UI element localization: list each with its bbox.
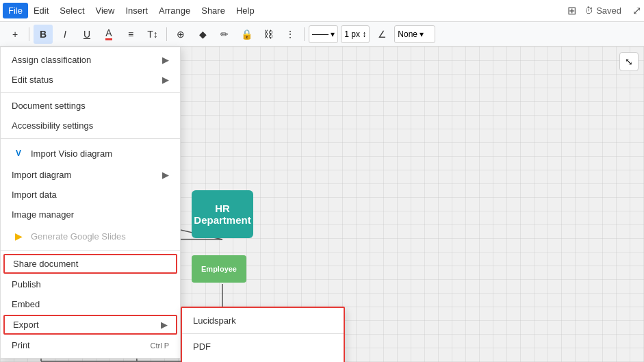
export-submenu: Lucidspark PDF PNG PNG with transparent …	[181, 307, 345, 362]
dropdown-export[interactable]: Export ▶	[3, 315, 177, 335]
align-button[interactable]: ≡	[121, 25, 140, 44]
lock-button[interactable]: 🔒	[237, 25, 256, 44]
export-lucidspark[interactable]: Lucidspark	[182, 311, 344, 331]
extra-button[interactable]: ⋮	[281, 25, 300, 44]
arrow-icon: ▶	[161, 320, 168, 330]
bold-button[interactable]: B	[34, 25, 53, 44]
accessibility-settings-label: Accessibility settings	[12, 120, 93, 131]
embed-label: Embed	[12, 299, 40, 309]
dropdown-generate-slides: ▶ Generate Google Slides	[1, 224, 180, 248]
edit-status-label: Edit status	[12, 75, 53, 85]
saved-indicator: ⊞ ⏱ Saved ⤢	[567, 4, 641, 17]
dropdown-image-manager[interactable]: Image manager	[1, 205, 180, 224]
dropdown-share-document[interactable]: Share document	[3, 254, 177, 274]
import-diagram-label: Import diagram	[12, 170, 71, 180]
font-color-button[interactable]: A	[99, 25, 118, 44]
dropdown-edit-status[interactable]: Edit status ▶	[1, 70, 180, 90]
saved-label: Saved	[596, 5, 621, 16]
separator	[1, 138, 180, 139]
hr-dept-box[interactable]: HR Department	[192, 190, 253, 238]
dropdown-import-visio[interactable]: V Import Visio diagram	[1, 142, 180, 165]
dropdown-accessibility-settings[interactable]: Accessibility settings	[1, 116, 180, 135]
menu-share[interactable]: Share	[196, 3, 231, 18]
separator-2	[166, 27, 167, 41]
menu-insert[interactable]: Insert	[120, 3, 153, 18]
menu-arrange[interactable]: Arrange	[153, 3, 196, 18]
slides-icon: ▶	[12, 229, 25, 243]
separator-3	[304, 27, 305, 41]
hr-dept-label: HR Department	[194, 203, 250, 226]
menu-view[interactable]: View	[90, 3, 120, 18]
arrow-icon: ▶	[162, 75, 169, 85]
corner-collapse-button[interactable]: ⤡	[619, 52, 639, 71]
dropdown-embed[interactable]: Embed	[1, 294, 180, 314]
underline-button[interactable]: U	[77, 25, 96, 44]
export-png[interactable]: PNG	[182, 357, 344, 362]
arrow-icon: ▶	[162, 55, 169, 65]
print-label: Print	[12, 340, 30, 350]
export-label: Export	[13, 320, 39, 330]
dropdown-assign-classification[interactable]: Assign classification ▶	[1, 50, 180, 70]
main-content: Assign classification ▶ Edit status ▶ Do…	[0, 47, 644, 362]
publish-label: Publish	[12, 279, 41, 289]
link-button[interactable]: ⛓	[259, 25, 278, 44]
menu-help[interactable]: Help	[231, 3, 260, 18]
generate-slides-label: Generate Google Slides	[31, 231, 126, 242]
menu-file[interactable]: File	[3, 3, 28, 18]
employee-box-2[interactable]: Employee	[192, 255, 246, 283]
separator	[1, 92, 180, 93]
assign-classification-label: Assign classification	[12, 55, 91, 65]
file-dropdown: Assign classification ▶ Edit status ▶ Do…	[0, 47, 181, 359]
print-shortcut: Ctrl P	[151, 341, 170, 350]
separator-1	[29, 27, 29, 41]
separator	[182, 333, 344, 334]
add-button[interactable]: +	[5, 25, 25, 44]
angle-button[interactable]: ∠	[372, 25, 391, 44]
arrow-icon: ▶	[162, 170, 169, 180]
image-manager-label: Image manager	[12, 209, 74, 220]
toolbar: + B I U A ≡ T↕ ⊕ ◆ ✏ 🔒 ⛓ ⋮ —— ▾ 1 px ↕ ∠…	[0, 22, 644, 47]
pen-button[interactable]: ✏	[215, 25, 234, 44]
px-input[interactable]: 1 px ↕	[341, 25, 370, 43]
saved-clock-icon: ⏱	[584, 5, 593, 16]
move-button[interactable]: ⊕	[171, 25, 190, 44]
menubar: File Edit Select View Insert Arrange Sha…	[0, 0, 644, 22]
share-document-label: Share document	[13, 259, 78, 269]
dropdown-publish[interactable]: Publish	[1, 274, 180, 294]
import-data-label: Import data	[12, 190, 57, 200]
emp2-label: Employee	[201, 265, 237, 273]
export-pdf[interactable]: PDF	[182, 337, 344, 357]
menu-edit[interactable]: Edit	[28, 3, 54, 18]
search-icon[interactable]: ⊞	[567, 4, 576, 17]
import-visio-label: Import Visio diagram	[31, 148, 112, 159]
separator	[1, 250, 180, 251]
fill-button[interactable]: ◆	[193, 25, 212, 44]
document-settings-label: Document settings	[12, 101, 86, 111]
line-style-select[interactable]: —— ▾	[309, 25, 338, 43]
dropdown-document-settings[interactable]: Document settings	[1, 96, 180, 116]
dropdown-print[interactable]: Print Ctrl P	[1, 335, 180, 355]
text-size-button[interactable]: T↕	[143, 25, 162, 44]
dropdown-import-diagram[interactable]: Import diagram ▶	[1, 165, 180, 185]
menu-select[interactable]: Select	[54, 3, 90, 18]
dropdown-import-data[interactable]: Import data	[1, 185, 180, 205]
maximize-icon[interactable]: ⤢	[632, 4, 641, 17]
none-select[interactable]: None ▾	[394, 25, 435, 43]
italic-button[interactable]: I	[55, 25, 75, 44]
visio-icon: V	[12, 146, 25, 160]
